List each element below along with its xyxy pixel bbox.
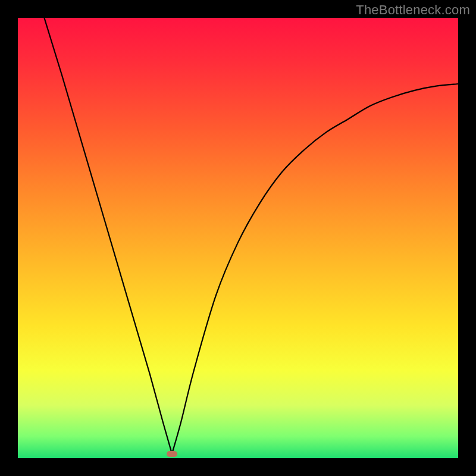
minimum-marker bbox=[167, 451, 177, 457]
bottleneck-curve bbox=[18, 18, 458, 458]
chart-frame: TheBottleneck.com bbox=[0, 0, 476, 476]
plot-area bbox=[18, 18, 458, 458]
curve-path bbox=[44, 18, 458, 454]
watermark-text: TheBottleneck.com bbox=[356, 2, 470, 18]
